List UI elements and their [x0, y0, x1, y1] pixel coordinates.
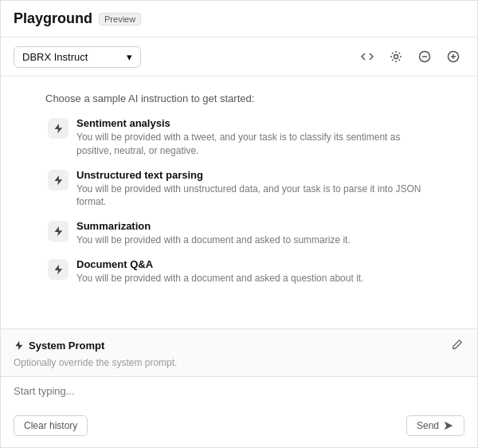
model-select-value: DBRX Instruct: [22, 51, 88, 63]
model-select[interactable]: DBRX Instruct ▾: [14, 46, 141, 68]
lightning-icon: [53, 264, 64, 275]
sample-items-list: Sentiment analysis You will be provided …: [48, 117, 430, 285]
send-icon: [443, 420, 454, 431]
sample-title-3: Document Q&A: [76, 258, 363, 270]
gear-icon: [390, 50, 402, 63]
app-container: Playground Preview DBRX Instruct ▾: [0, 0, 478, 448]
system-prompt-header: System Prompt: [14, 337, 464, 354]
svg-marker-6: [445, 422, 453, 430]
settings-icon-button[interactable]: [385, 45, 407, 68]
bolt-icon: [48, 118, 69, 139]
code-icon: [361, 50, 374, 63]
edit-system-prompt-button[interactable]: [450, 337, 464, 354]
lightning-icon: [53, 175, 64, 186]
chat-input[interactable]: [14, 385, 464, 407]
chevron-down-icon: ▾: [127, 51, 132, 63]
list-item[interactable]: Sentiment analysis You will be provided …: [48, 117, 430, 158]
input-actions: Clear history Send: [14, 415, 464, 436]
svg-point-0: [394, 55, 398, 59]
sample-title-0: Sentiment analysis: [76, 117, 430, 129]
preview-badge: Preview: [99, 13, 141, 26]
toolbar-icons: [356, 45, 464, 68]
bolt-icon: [48, 259, 69, 280]
sample-desc-2: You will be provided with a document and…: [76, 234, 351, 247]
minus-circle-icon: [418, 50, 431, 63]
minus-icon-button[interactable]: [413, 45, 436, 68]
sample-title-2: Summarization: [76, 220, 351, 232]
send-button[interactable]: Send: [406, 415, 464, 436]
sample-prompt-label: Choose a sample AI instruction to get st…: [14, 92, 254, 104]
code-icon-button[interactable]: [356, 45, 378, 68]
pencil-icon: [452, 339, 463, 350]
toolbar: DBRX Instruct ▾: [1, 37, 477, 77]
system-prompt-placeholder-text: Optionally override the system prompt.: [14, 357, 464, 368]
lightning-icon: [53, 226, 64, 237]
bolt-icon: [48, 170, 69, 191]
sample-desc-0: You will be provided with a tweet, and y…: [76, 131, 430, 158]
sample-desc-3: You will be provided with a document and…: [76, 272, 363, 285]
bolt-icon: [48, 221, 69, 242]
sample-desc-1: You will be provided with unstructured d…: [76, 183, 430, 210]
lightning-icon: [53, 123, 64, 134]
sample-title-1: Unstructured text parsing: [76, 169, 430, 181]
system-prompt-title: System Prompt: [29, 340, 104, 352]
list-item[interactable]: Unstructured text parsing You will be pr…: [48, 169, 430, 210]
clear-history-button[interactable]: Clear history: [14, 415, 88, 436]
system-prompt-section: System Prompt Optionally override the sy…: [1, 328, 477, 376]
send-label: Send: [417, 420, 439, 431]
list-item[interactable]: Document Q&A You will be provided with a…: [48, 258, 430, 285]
system-prompt-bolt-icon: [14, 340, 24, 351]
input-area: Clear history Send: [1, 376, 477, 447]
plus-icon-button[interactable]: [442, 45, 464, 68]
plus-circle-icon: [447, 50, 460, 63]
main-content: Choose a sample AI instruction to get st…: [1, 77, 477, 328]
header: Playground Preview: [1, 1, 477, 37]
page-title: Playground: [14, 10, 92, 27]
list-item[interactable]: Summarization You will be provided with …: [48, 220, 430, 247]
